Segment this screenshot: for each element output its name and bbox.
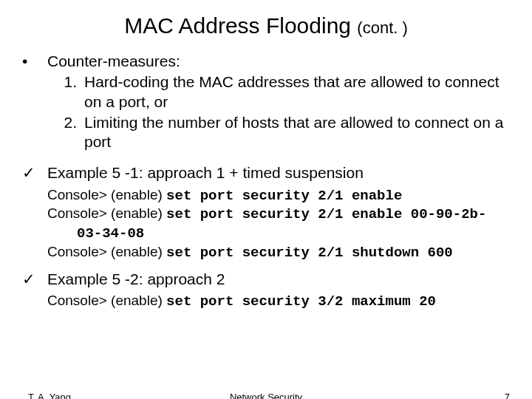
example1-console: Console> (enable) set port security 2/1 …	[47, 186, 510, 262]
check-icon: ✓	[22, 163, 47, 183]
countermeasures-row: • Counter-measures: 1. Hard-coding the M…	[22, 52, 510, 151]
example1-row: ✓ Example 5 -1: approach 1 + timed suspe…	[22, 163, 510, 183]
console-prefix: Console> (enable)	[47, 293, 166, 308]
slide-body: • Counter-measures: 1. Hard-coding the M…	[0, 46, 532, 311]
console-cmd: set port security 3/2 maximum 20	[166, 293, 436, 310]
bullet-icon: •	[22, 52, 47, 151]
console-line: Console> (enable) set port security 3/2 …	[47, 292, 510, 311]
console-prefix: Console> (enable)	[47, 205, 166, 221]
console-prefix: Console> (enable)	[47, 244, 166, 259]
item-text: Hard-coding the MAC addresses that are a…	[84, 72, 510, 112]
slide: MAC Address Flooding (cont. ) • Counter-…	[0, 0, 532, 399]
countermeasures-content: Counter-measures: 1. Hard-coding the MAC…	[47, 52, 510, 151]
list-item: 1. Hard-coding the MAC addresses that ar…	[47, 72, 510, 112]
console-line: Console> (enable) set port security 2/1 …	[47, 186, 510, 205]
title-cont: (cont. )	[357, 18, 407, 37]
slide-title: MAC Address Flooding (cont. )	[0, 0, 532, 46]
footer-title: Network Security	[0, 392, 532, 399]
example2-heading: Example 5 -2: approach 2	[47, 270, 510, 289]
console-cmd: set port security 2/1 enable	[166, 188, 402, 204]
example2-row: ✓ Example 5 -2: approach 2	[22, 270, 510, 289]
example1-heading: Example 5 -1: approach 1 + timed suspens…	[47, 163, 510, 183]
item-number: 2.	[47, 113, 84, 152]
list-item: 2. Limiting the number of hosts that are…	[47, 113, 510, 152]
check-icon: ✓	[22, 270, 47, 289]
console-line: Console> (enable) set port security 2/1 …	[47, 243, 510, 262]
console-line: Console> (enable) set port security 2/1 …	[47, 205, 510, 243]
item-text: Limiting the number of hosts that are al…	[84, 113, 510, 152]
footer-page-number: 7	[505, 392, 510, 399]
console-cmd: set port security 2/1 shutdown 600	[166, 245, 453, 261]
item-number: 1.	[47, 72, 84, 112]
console-prefix: Console> (enable)	[47, 187, 166, 202]
example2-console: Console> (enable) set port security 3/2 …	[47, 292, 510, 311]
countermeasures-heading: Counter-measures:	[47, 52, 510, 71]
title-main: MAC Address Flooding	[124, 13, 351, 38]
